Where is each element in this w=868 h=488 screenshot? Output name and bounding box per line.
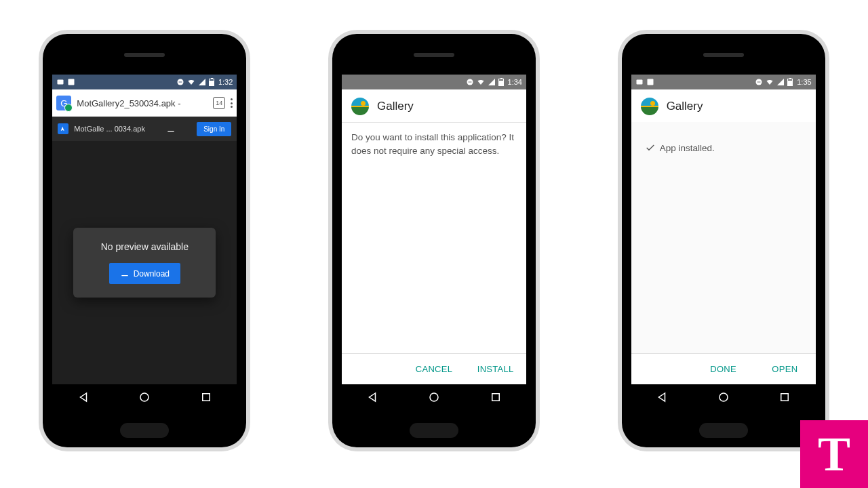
- notification-icon: [635, 78, 644, 86]
- svg-point-4: [140, 393, 149, 401]
- nav-recent-icon[interactable]: [778, 391, 791, 403]
- installer-header: Gallery: [342, 89, 526, 123]
- svg-rect-1: [68, 79, 75, 85]
- phone-2: 1:34 Gallery Do you want to install this…: [332, 34, 536, 447]
- open-button[interactable]: OPEN: [754, 354, 816, 384]
- signal-icon: [488, 78, 496, 86]
- android-nav-bar: [631, 384, 816, 410]
- download-status-icon: [346, 78, 354, 86]
- screen-1: 1:32 G MotGallery2_530034.apk - 14 MotGa…: [52, 75, 237, 410]
- phone-speaker: [703, 53, 744, 57]
- app-installed-row: App installed.: [631, 122, 816, 174]
- address-text: MotGallery2_530034.apk -: [77, 98, 208, 108]
- gallery-app-icon: [641, 98, 658, 115]
- browser-address-bar[interactable]: G MotGallery2_530034.apk - 14: [52, 89, 237, 117]
- download-status-icon: [657, 78, 665, 86]
- android-nav-bar: [342, 384, 526, 410]
- nav-home-icon[interactable]: [717, 391, 730, 403]
- installer-app-title: Gallery: [667, 100, 703, 113]
- status-bar: 1:32: [52, 75, 237, 89]
- svg-rect-3: [178, 82, 182, 83]
- battery-icon: [209, 79, 214, 86]
- phone-home-pill: [410, 423, 458, 438]
- phone-home-pill: [120, 423, 169, 438]
- battery-icon: [787, 79, 793, 86]
- installer-action-row: DONE OPEN: [631, 353, 816, 384]
- phone-home-pill: [699, 423, 748, 438]
- notification-icon: [56, 78, 64, 86]
- battery-icon: [498, 79, 504, 86]
- phone3-content: App installed.: [631, 122, 816, 353]
- wifi-icon: [187, 78, 195, 86]
- no-preview-message: No preview available: [101, 241, 189, 252]
- android-nav-bar: [52, 384, 237, 410]
- dnd-icon: [466, 78, 474, 86]
- svg-rect-11: [647, 79, 653, 85]
- status-time: 1:34: [508, 78, 522, 86]
- download-status-icon: [78, 78, 86, 86]
- installer-header: Gallery: [631, 89, 816, 122]
- nav-home-icon[interactable]: [138, 391, 151, 403]
- nav-recent-icon[interactable]: [490, 391, 502, 403]
- watermark-letter: T: [818, 430, 850, 479]
- app-installed-text: App installed.: [660, 143, 715, 153]
- svg-rect-9: [492, 394, 499, 401]
- svg-point-8: [430, 393, 438, 401]
- done-button[interactable]: DONE: [692, 354, 754, 384]
- svg-point-14: [719, 393, 728, 401]
- phone-speaker: [414, 53, 454, 57]
- svg-rect-0: [58, 80, 64, 85]
- svg-rect-7: [468, 82, 471, 83]
- svg-rect-5: [203, 394, 210, 401]
- svg-rect-15: [781, 394, 789, 401]
- nav-back-icon[interactable]: [656, 391, 668, 403]
- file-chip-icon: [58, 123, 68, 134]
- status-bar: 1:35: [631, 75, 816, 89]
- menu-kebab-icon[interactable]: [231, 98, 233, 108]
- download-icon[interactable]: [166, 123, 176, 134]
- favicon-google-icon: G: [56, 96, 71, 110]
- tab-count-button[interactable]: 14: [213, 97, 225, 109]
- nav-back-icon[interactable]: [366, 391, 378, 403]
- status-time: 1:35: [797, 78, 811, 86]
- wifi-icon: [477, 78, 485, 86]
- sign-in-button[interactable]: Sign In: [197, 122, 231, 136]
- cancel-button[interactable]: CANCEL: [403, 354, 465, 384]
- dnd-icon: [755, 78, 763, 86]
- preview-card: No preview available Download: [73, 228, 216, 298]
- svg-rect-10: [636, 80, 642, 85]
- status-time: 1:32: [218, 78, 233, 86]
- image-icon: [67, 78, 75, 86]
- install-prompt-text: Do you want to install this application?…: [342, 123, 526, 353]
- download-button-icon: [120, 268, 130, 279]
- signal-icon: [776, 78, 785, 86]
- phone-speaker: [124, 53, 165, 57]
- signal-icon: [198, 78, 206, 86]
- gallery-app-icon: [351, 98, 369, 115]
- installer-app-title: Gallery: [377, 100, 414, 113]
- check-icon: [645, 142, 656, 153]
- installer-action-row: CANCEL INSTALL: [342, 353, 526, 384]
- screen-3: 1:35 Gallery App installed. DONE OPEN: [631, 75, 816, 410]
- image-icon: [646, 78, 654, 86]
- phone1-content: No preview available Download: [52, 141, 237, 384]
- wifi-icon: [766, 78, 774, 86]
- watermark-badge: T: [800, 420, 868, 488]
- screen-2: 1:34 Gallery Do you want to install this…: [342, 75, 526, 410]
- svg-rect-13: [757, 82, 761, 83]
- nav-home-icon[interactable]: [428, 391, 440, 403]
- nav-back-icon[interactable]: [77, 391, 90, 403]
- dnd-icon: [176, 78, 184, 86]
- phone-1: 1:32 G MotGallery2_530034.apk - 14 MotGa…: [43, 34, 246, 447]
- phone-3: 1:35 Gallery App installed. DONE OPEN: [622, 34, 825, 447]
- drive-file-bar: MotGalle ... 0034.apk Sign In: [52, 117, 237, 141]
- nav-recent-icon[interactable]: [200, 391, 212, 403]
- status-bar: 1:34: [342, 75, 526, 89]
- install-button[interactable]: INSTALL: [465, 354, 526, 384]
- download-button[interactable]: Download: [109, 263, 180, 284]
- drive-filename: MotGalle ... 0034.apk: [74, 125, 145, 133]
